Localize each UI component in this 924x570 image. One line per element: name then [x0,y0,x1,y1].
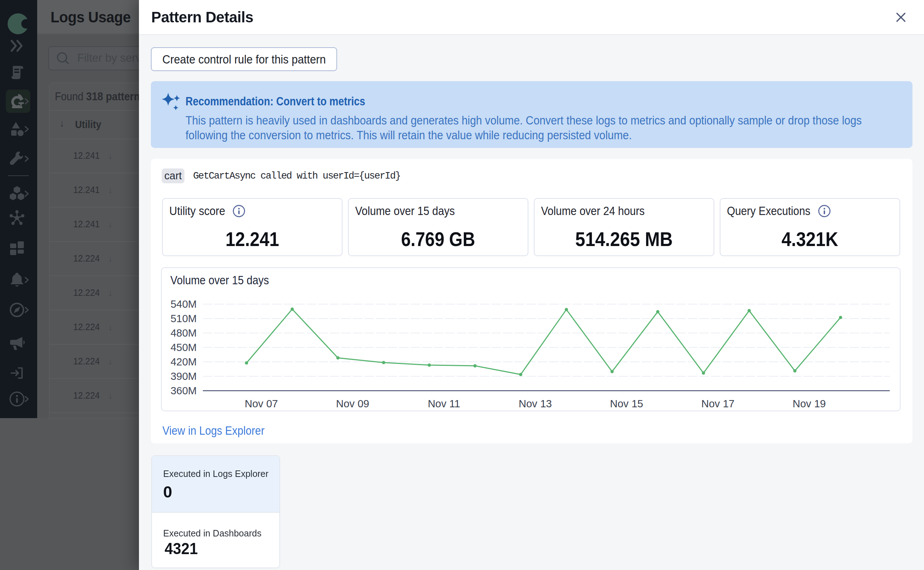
svg-text:510M: 510M [170,313,197,324]
svg-text:Nov 17: Nov 17 [701,398,735,409]
svg-text:420M: 420M [170,356,197,368]
svg-text:Nov 15: Nov 15 [610,398,643,409]
svg-text:Nov 09: Nov 09 [336,398,369,409]
svg-text:360M: 360M [170,385,197,397]
svg-text:480M: 480M [170,327,197,339]
svg-text:Nov 07: Nov 07 [245,398,278,409]
svg-text:Nov 19: Nov 19 [793,398,826,409]
svg-text:540M: 540M [170,298,197,310]
svg-text:390M: 390M [170,371,197,382]
svg-text:450M: 450M [170,342,197,353]
svg-text:Nov 13: Nov 13 [519,398,552,409]
svg-text:Nov 11: Nov 11 [428,398,460,409]
